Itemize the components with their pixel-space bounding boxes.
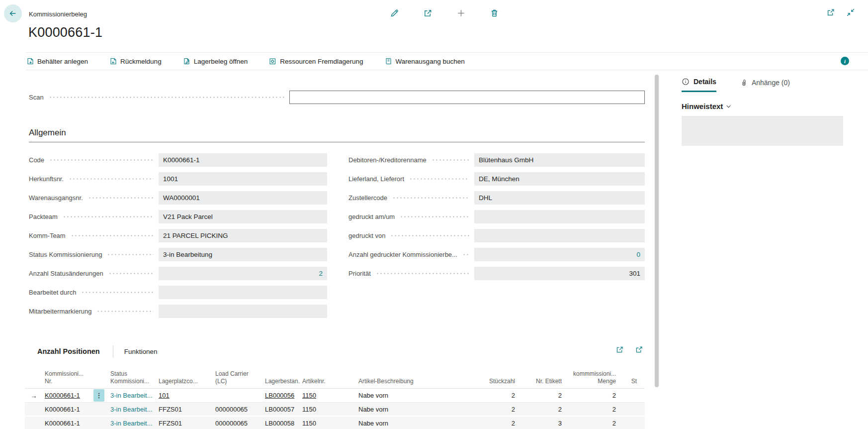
ribbon-button-label: Warenausgang buchen — [396, 58, 465, 65]
ribbon-button-5[interactable]: Warenausgang buchen — [384, 57, 465, 65]
column-header-etikett[interactable]: Nr. Etikett — [523, 378, 570, 386]
column-header-lagerplatz[interactable]: Lagerplatzco... — [157, 378, 213, 386]
cell-lagerplatz[interactable]: 101 — [157, 392, 213, 399]
field-row: PackteamV21 Pack Parcel — [29, 207, 327, 226]
cell-lagerplatz: FFZS01 — [157, 406, 213, 413]
ribbon-button-2[interactable]: Rückmeldung — [109, 57, 162, 65]
back-button[interactable] — [4, 4, 22, 22]
ribbon-button-4[interactable]: Ressourcen Fremdlagerung — [268, 57, 363, 65]
cell-artikelnr: 1150 — [300, 406, 356, 413]
cell-load_carrier: 000000065 — [213, 420, 263, 427]
cell-status: 3-in Bearbeit... — [108, 392, 157, 399]
row-menu-icon[interactable]: ⋮ — [93, 389, 104, 402]
cell-beschreibung: Nabe vorn — [356, 392, 463, 399]
dotted-leader — [63, 216, 154, 217]
edit-icon[interactable] — [389, 7, 400, 18]
cell-artikelnr: 1150 — [300, 420, 356, 427]
column-header-lagerbestand[interactable]: Lagerbestan... — [263, 378, 300, 386]
field-value[interactable]: V21 Pack Parcel — [159, 210, 327, 223]
field-value[interactable]: WA0000001 — [159, 191, 327, 205]
field-value[interactable] — [474, 210, 645, 223]
field-value[interactable]: 21 PARCEL PICKING — [159, 229, 327, 242]
ribbon-button-label: Lagerbeleg öffnen — [194, 58, 248, 65]
open-in-new-window-icon[interactable] — [635, 345, 643, 354]
column-header-st[interactable]: St — [624, 378, 645, 386]
ribbon-button-label: Behälter anlegen — [37, 58, 88, 65]
cell-etikett: 2 — [523, 406, 570, 413]
cell-lagerbestand[interactable]: LB000056 — [263, 392, 300, 399]
field-value[interactable]: 1001 — [159, 172, 327, 186]
open-warehouse-document-icon — [182, 57, 190, 65]
column-header-komm_nr[interactable]: Kommissioni...Nr. — [43, 370, 89, 386]
chevron-down-icon — [725, 103, 732, 110]
add-icon[interactable] — [455, 7, 466, 18]
scan-input[interactable] — [289, 91, 645, 104]
positions-table: Kommissioni...Nr.StatusKommissioni...Lag… — [25, 367, 645, 429]
field-value[interactable]: Blütenhaus GmbH — [474, 153, 645, 167]
column-header-load_carrier[interactable]: Load Carrier(LC) — [213, 370, 263, 386]
section-heading-allgemein[interactable]: Allgemein — [29, 128, 66, 138]
dotted-leader — [392, 197, 469, 199]
field-value[interactable] — [159, 286, 327, 299]
field-label: Lieferland, Lieferort — [348, 175, 404, 183]
field-value[interactable]: DE, München — [474, 172, 645, 186]
section-rule — [29, 142, 645, 142]
field-value[interactable]: 2 — [159, 267, 327, 280]
vertical-scrollbar[interactable] — [655, 75, 659, 387]
functions-menu[interactable]: Funktionen — [124, 348, 158, 355]
hinweistext-title: Hinweistext — [682, 102, 723, 110]
share-icon[interactable] — [422, 7, 433, 18]
hinweistext-section-toggle[interactable]: Hinweistext — [682, 102, 732, 110]
field-label: gedruckt am/um — [348, 213, 395, 220]
breadcrumb: Kommissionierbeleg — [29, 10, 87, 18]
feedback-icon — [109, 57, 117, 65]
field-value[interactable]: 301 — [474, 267, 645, 280]
positions-title[interactable]: Anzahl Positionen — [37, 347, 100, 355]
field-label: Anzahl Statusänderungen — [29, 270, 103, 277]
ribbon-button-3[interactable]: Lagerbeleg öffnen — [182, 57, 248, 65]
info-icon[interactable]: i — [841, 57, 849, 65]
dotted-leader — [71, 235, 154, 236]
tab-anhaenge[interactable]: Anhänge (0) — [740, 78, 790, 92]
post-shipment-icon — [384, 57, 392, 65]
field-value[interactable]: 3-in Bearbeitung — [159, 248, 327, 261]
field-row: Warenausgangsnr.WA0000001 — [29, 188, 327, 207]
field-row: Anzahl gedruckter Kommissionierbe...0 — [348, 245, 645, 264]
field-label: gedruckt von — [348, 232, 385, 239]
column-header-stueckzahl[interactable]: Stückzahl — [463, 378, 523, 386]
collapse-icon[interactable] — [845, 7, 856, 18]
cell-komm_nr[interactable]: K0000661-1 — [43, 392, 89, 399]
field-value[interactable]: DHL — [474, 191, 645, 205]
table-row[interactable]: →K0000661-1⋮3-in Bearbeit...101LB0000561… — [25, 389, 645, 403]
share-icon[interactable] — [615, 345, 624, 354]
table-row[interactable]: K0000661-13-in Bearbeit...FFZS0100000006… — [25, 417, 645, 429]
field-value[interactable] — [159, 305, 327, 318]
field-value[interactable]: K0000661-1 — [159, 153, 327, 167]
cell-lagerplatz: FFZS01 — [157, 420, 213, 427]
dotted-leader — [400, 216, 469, 217]
table-header-row: Kommissioni...Nr.StatusKommissioni...Lag… — [25, 367, 645, 389]
column-header-artikelnr[interactable]: Artikelnr. — [300, 378, 356, 386]
field-row: Bearbeitet durch — [29, 283, 327, 302]
field-label: Zustellercode — [348, 194, 387, 202]
cell-lagerbestand: LB000058 — [263, 420, 300, 427]
field-value[interactable]: 0 — [474, 248, 645, 261]
tab-details[interactable]: Details — [682, 78, 716, 92]
dotted-leader — [96, 311, 154, 312]
open-in-new-window-icon[interactable] — [825, 7, 836, 18]
column-header-menge[interactable]: kommmissioni...Menge — [570, 370, 624, 386]
ribbon-button-1[interactable]: Behälter anlegen — [26, 57, 88, 65]
field-label: Herkunftsnr. — [29, 175, 64, 183]
column-header-beschreibung[interactable]: Artikel-Beschreibung — [356, 378, 463, 386]
cell-menu[interactable]: ⋮ — [89, 389, 108, 402]
hinweistext-content — [682, 116, 843, 146]
cell-stueckzahl: 2 — [463, 392, 523, 399]
field-value[interactable] — [474, 229, 645, 242]
general-right-column: Debitoren-/KreditorennameBlütenhaus GmbH… — [348, 150, 645, 283]
tab-label: Details — [694, 78, 716, 86]
column-header-status[interactable]: StatusKommissioni... — [108, 370, 157, 386]
delete-icon[interactable] — [489, 7, 500, 18]
cell-artikelnr[interactable]: 1150 — [300, 392, 356, 399]
table-row[interactable]: K0000661-13-in Bearbeit...FFZS0100000006… — [25, 403, 645, 417]
cell-menge: 2 — [570, 392, 624, 399]
